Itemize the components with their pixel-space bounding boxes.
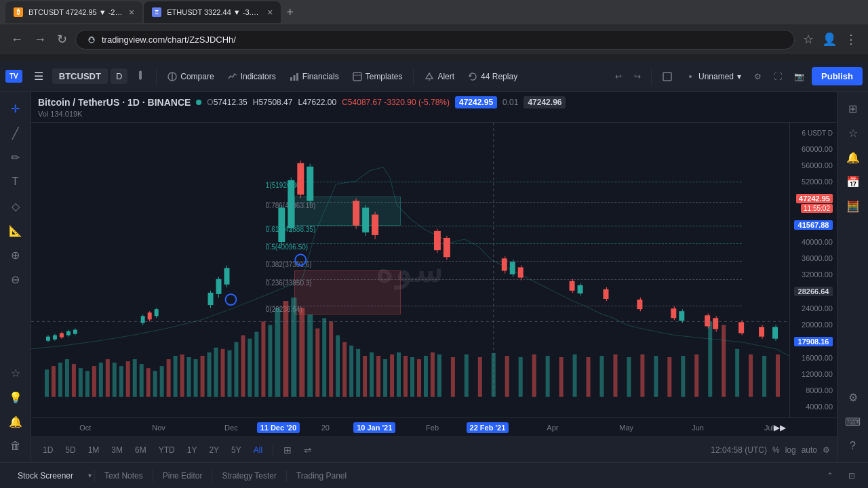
tf-1d[interactable]: 1D (38, 443, 58, 457)
menu-icon[interactable]: ☰ (28, 66, 50, 87)
tab-text-notes[interactable]: Text Notes (95, 466, 153, 486)
log-button[interactable]: log (785, 445, 796, 455)
replay-button[interactable]: 44 Replay (462, 68, 523, 85)
tv-logo: TV (5, 70, 22, 83)
tab-strategy-tester[interactable]: Strategy Tester (212, 466, 285, 486)
right-calc-icon[interactable]: 🧮 (842, 195, 864, 217)
screenshot-button[interactable]: 📷 (789, 68, 809, 85)
right-keyboard-icon[interactable]: ⌨ (842, 411, 864, 432)
price-badge-alt: 47242.96 (524, 96, 566, 108)
tab-btc[interactable]: ₿ BTCUSDT 47242.95 ▼ -2.17% Un... × (5, 1, 142, 23)
bar-type-button[interactable] (130, 66, 151, 86)
bookmark-button[interactable]: ☆ (800, 29, 816, 49)
tf-1m[interactable]: 1M (83, 443, 104, 457)
svg-rect-47 (268, 325, 272, 396)
cursor-icon[interactable]: ✛ (5, 98, 26, 119)
right-settings-icon[interactable]: ⚙ (842, 386, 864, 408)
alert-label: Alert (437, 72, 454, 81)
profile-button[interactable]: 👤 (819, 29, 840, 49)
new-tab-button[interactable]: + (282, 5, 298, 20)
tf-5d[interactable]: 5D (60, 443, 80, 457)
right-alert-icon[interactable]: 🔔 (842, 146, 864, 168)
right-layout-icon[interactable]: ⊞ (842, 98, 864, 119)
tab-btc-close[interactable]: × (129, 7, 134, 18)
timeframe-selector[interactable]: D (111, 68, 127, 84)
chart-canvas[interactable]: سوه 1(51926.36) 0.786(46863.18) 0.618(42… (31, 123, 789, 418)
unnamed-button[interactable]: Unnamed ▾ (680, 68, 747, 85)
financials-button[interactable]: Financials (284, 68, 344, 85)
svg-rect-70 (431, 352, 435, 397)
svg-rect-30 (153, 371, 157, 396)
tab-eth[interactable]: Ξ ETHUSDT 3322.44 ▼ -3.29% Un... × (144, 1, 281, 23)
svg-point-13 (689, 75, 692, 78)
unnamed-chevron: ▾ (737, 72, 741, 81)
ohlc-display: O57412.35 H57508.47 L47622.00 C54087.67 … (207, 98, 450, 107)
screener-dropdown-icon[interactable]: ▾ (85, 470, 94, 481)
tf-ytd[interactable]: YTD (154, 443, 180, 457)
browser-actions: ☆ 👤 ⋮ (800, 29, 860, 49)
tf-6m[interactable]: 6M (130, 443, 151, 457)
right-watch-icon[interactable]: ☆ (842, 122, 864, 144)
right-question-icon[interactable]: ? (842, 435, 864, 457)
address-bar[interactable]: tradingview.com/chart/ZzSJDCHh/ (75, 30, 795, 49)
tf-all[interactable]: All (249, 443, 267, 457)
trend-line-icon[interactable]: ╱ (5, 122, 26, 144)
svg-rect-85 (627, 357, 631, 397)
svg-rect-28 (140, 364, 144, 397)
forward-button[interactable]: → (31, 30, 49, 49)
pct-button[interactable]: % (772, 445, 780, 455)
tab-pine-editor[interactable]: Pine Editor (153, 466, 212, 486)
panel-expand-icon[interactable]: ⊡ (844, 468, 860, 484)
pencil-draw-icon[interactable]: ✏ (5, 146, 26, 168)
extensions-button[interactable]: ⋮ (842, 29, 860, 49)
svg-rect-46 (261, 321, 265, 396)
redo-button[interactable]: ↪ (629, 68, 646, 85)
tf-2y[interactable]: 2Y (204, 443, 224, 457)
svg-rect-12 (663, 73, 671, 81)
chart-area: Bitcoin / TetherUS · 1D · BINANCE O57412… (31, 92, 837, 462)
svg-rect-114 (208, 293, 214, 305)
settings-button[interactable]: ⚙ (749, 68, 766, 85)
layout-button[interactable] (657, 68, 677, 85)
alerts-icon[interactable]: 🔔 (5, 411, 26, 432)
tf-3m[interactable]: 3M (106, 443, 127, 457)
back-button[interactable]: ← (8, 30, 26, 49)
expand-time-icon[interactable]: ▶▶ (774, 423, 786, 432)
templates-button[interactable]: Templates (347, 68, 408, 85)
right-panel: ⊞ ☆ 🔔 📅 🧮 ⚙ ⌨ ? (837, 92, 868, 462)
measure-icon[interactable]: 📐 (5, 220, 26, 241)
ideas-icon[interactable]: 💡 (5, 386, 26, 408)
svg-rect-124 (297, 163, 304, 195)
shapes-icon[interactable]: ◇ (5, 195, 26, 217)
publish-button[interactable]: Publish (812, 67, 863, 85)
refresh-button[interactable]: ↻ (54, 29, 70, 49)
svg-rect-102 (60, 333, 64, 338)
alert-button[interactable]: Alert (419, 68, 460, 85)
zoom-in-icon[interactable]: ⊕ (5, 244, 26, 266)
zoom-out-icon[interactable]: ⊖ (5, 268, 26, 290)
svg-rect-87 (654, 356, 658, 397)
right-calendar-icon[interactable]: 📅 (842, 171, 864, 192)
svg-rect-59 (356, 349, 360, 397)
compare-chart-icon[interactable]: ⇌ (299, 441, 317, 459)
tab-eth-close[interactable]: × (267, 7, 273, 18)
chart-settings-icon[interactable]: ⚙ (823, 445, 830, 455)
compare-button[interactable]: Compare (162, 68, 219, 85)
auto-button[interactable]: auto (802, 445, 817, 455)
tf-5y[interactable]: 5Y (226, 443, 246, 457)
price-time: 11:55:02 (801, 204, 833, 213)
trash-icon[interactable]: 🗑 (5, 435, 26, 457)
bar-replay-icon[interactable]: ⊞ (279, 441, 296, 459)
symbol-selector[interactable]: BTCUSDT (52, 68, 108, 84)
indicators-button[interactable]: Indicators (222, 68, 281, 85)
text-tool-icon[interactable]: T (5, 171, 26, 192)
undo-button[interactable]: ↩ (610, 68, 627, 85)
watchlist-icon[interactable]: ☆ (5, 362, 26, 384)
panel-collapse-icon[interactable]: ⌃ (822, 468, 838, 484)
tab-stock-screener[interactable]: Stock Screener (8, 466, 83, 486)
financials-label: Financials (302, 72, 339, 81)
svg-rect-160 (738, 322, 744, 333)
tf-1y[interactable]: 1Y (182, 443, 202, 457)
fullscreen-button[interactable]: ⛶ (769, 68, 787, 85)
tab-trading-panel[interactable]: Trading Panel (287, 466, 356, 486)
